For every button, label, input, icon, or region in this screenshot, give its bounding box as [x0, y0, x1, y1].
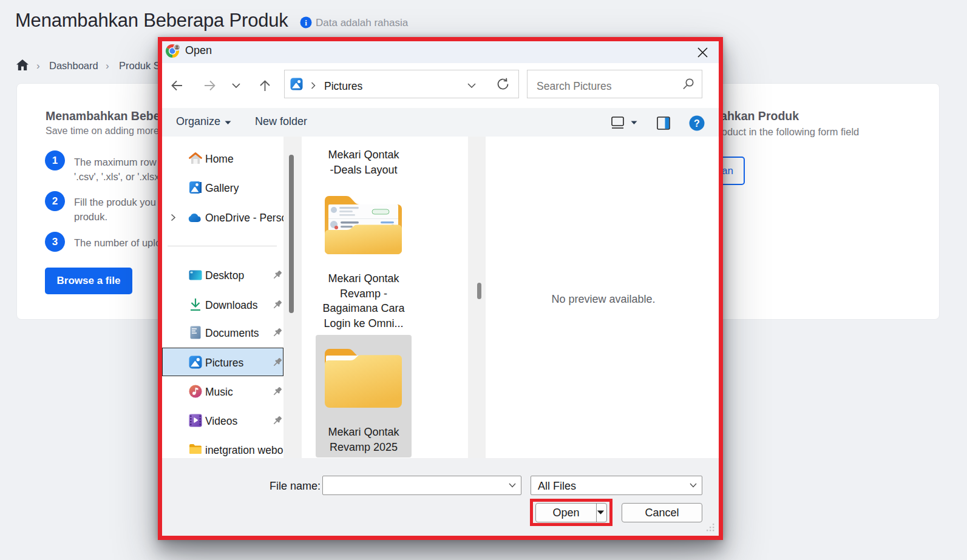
svg-text:i: i	[305, 18, 307, 27]
svg-text:?: ?	[694, 118, 700, 129]
